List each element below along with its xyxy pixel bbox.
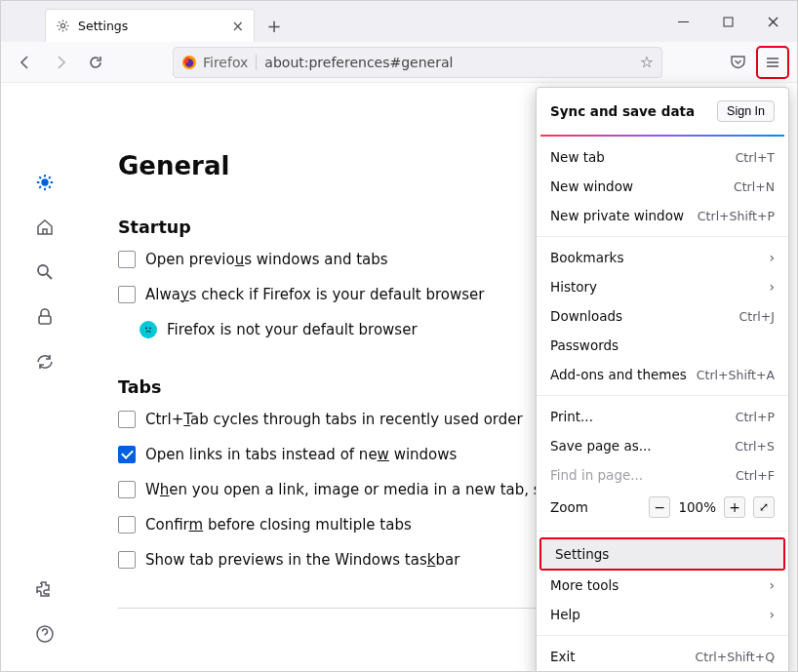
menu-bookmarks[interactable]: Bookmarks›	[537, 243, 788, 272]
app-menu-popup: Sync and save data Sign In New tabCtrl+T…	[536, 87, 789, 672]
zoom-out-button[interactable]: −	[649, 496, 670, 518]
sign-in-button[interactable]: Sign In	[717, 100, 775, 122]
sidebar-help[interactable]	[27, 616, 62, 652]
checkbox[interactable]	[118, 481, 136, 498]
firefox-logo-icon	[181, 55, 197, 70]
pocket-icon[interactable]	[721, 46, 754, 79]
checkbox[interactable]	[118, 446, 136, 463]
svg-point-0	[60, 23, 64, 27]
menu-zoom: Zoom − 100% + ⤢	[537, 490, 788, 525]
sync-row: Sync and save data Sign In	[537, 94, 788, 129]
new-tab-button[interactable]: +	[260, 12, 288, 39]
menu-help[interactable]: Help›	[537, 600, 788, 629]
checkbox[interactable]	[118, 286, 136, 303]
close-tab-icon[interactable]: ×	[231, 18, 244, 35]
svg-rect-2	[724, 18, 733, 26]
sad-face-icon	[140, 321, 157, 338]
menu-addons[interactable]: Add-ons and themesCtrl+Shift+A	[537, 360, 788, 389]
window-controls	[660, 5, 797, 38]
svg-point-10	[42, 179, 48, 185]
url-bar[interactable]: Firefox about:preferences#general ☆	[173, 47, 662, 78]
minimize-icon[interactable]	[660, 7, 705, 36]
menu-more-tools[interactable]: More tools›	[537, 571, 788, 600]
settings-sidebar	[1, 83, 89, 671]
sidebar-general[interactable]	[27, 165, 62, 200]
identity-label: Firefox	[203, 55, 248, 70]
identity-box[interactable]: Firefox	[181, 55, 257, 70]
sidebar-extensions[interactable]	[27, 572, 62, 607]
fullscreen-button[interactable]: ⤢	[753, 496, 775, 518]
sidebar-privacy[interactable]	[27, 299, 62, 335]
svg-point-11	[38, 265, 48, 275]
navigation-toolbar: Firefox about:preferences#general ☆	[1, 42, 797, 83]
chevron-right-icon: ›	[769, 279, 775, 295]
chevron-right-icon: ›	[769, 577, 775, 593]
chevron-right-icon: ›	[769, 250, 775, 265]
menu-settings[interactable]: Settings	[541, 539, 783, 569]
menu-history[interactable]: History›	[537, 272, 788, 301]
menu-new-window[interactable]: New windowCtrl+N	[537, 172, 788, 201]
chevron-right-icon: ›	[769, 607, 775, 622]
menu-find: Find in page...Ctrl+F	[537, 460, 788, 490]
maximize-icon[interactable]	[705, 7, 750, 36]
highlighted-settings-item: Settings	[539, 537, 785, 571]
menu-save-as[interactable]: Save page as...Ctrl+S	[537, 431, 788, 460]
menu-exit[interactable]: ExitCtrl+Shift+Q	[537, 642, 788, 671]
browser-tab[interactable]: Settings ×	[45, 9, 255, 42]
tab-title: Settings	[78, 19, 128, 33]
tabs-strip: Settings × +	[45, 9, 288, 42]
svg-point-15	[145, 328, 147, 330]
app-menu-button[interactable]	[759, 49, 786, 76]
sidebar-search[interactable]	[27, 255, 62, 290]
gear-icon	[56, 19, 70, 33]
url-text: about:preferences#general	[264, 55, 453, 70]
svg-point-16	[149, 328, 151, 330]
forward-button[interactable]	[44, 46, 77, 79]
close-window-icon[interactable]	[750, 7, 795, 36]
checkbox[interactable]	[118, 516, 136, 534]
checkbox[interactable]	[118, 251, 136, 268]
zoom-level: 100%	[678, 499, 716, 515]
menu-downloads[interactable]: DownloadsCtrl+J	[537, 301, 788, 331]
checkbox[interactable]	[118, 551, 136, 569]
sidebar-home[interactable]	[27, 210, 62, 245]
zoom-in-button[interactable]: +	[724, 496, 745, 518]
checkbox[interactable]	[118, 411, 136, 428]
menu-new-private[interactable]: New private windowCtrl+Shift+P	[537, 201, 788, 230]
back-button[interactable]	[9, 46, 42, 79]
menu-new-tab[interactable]: New tabCtrl+T	[537, 142, 788, 172]
sidebar-sync[interactable]	[27, 344, 62, 379]
highlighted-menu-button	[756, 46, 789, 79]
titlebar: Settings × +	[1, 1, 797, 42]
svg-line-12	[47, 274, 52, 279]
menu-print[interactable]: Print...Ctrl+P	[537, 402, 788, 431]
reload-button[interactable]	[79, 46, 112, 79]
svg-rect-13	[39, 316, 51, 324]
menu-passwords[interactable]: Passwords	[537, 331, 788, 360]
bookmark-star-icon[interactable]: ☆	[640, 53, 654, 71]
